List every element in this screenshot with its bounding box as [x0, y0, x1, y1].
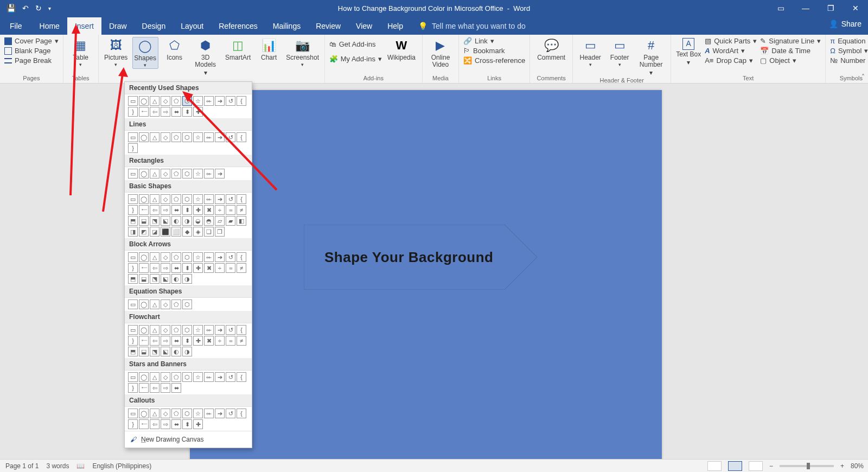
- signature-line-button[interactable]: ✎Signature Line ▾: [760, 37, 821, 45]
- shape-option[interactable]: ÷: [215, 205, 225, 215]
- shape-option[interactable]: ◆: [182, 227, 192, 237]
- shape-option[interactable]: ↺: [226, 252, 235, 262]
- shape-option[interactable]: ⇦: [150, 383, 159, 393]
- date-time-button[interactable]: 📅Date & Time: [760, 47, 821, 55]
- shape-option[interactable]: ↺: [226, 372, 235, 382]
- tab-layout[interactable]: Layout: [173, 17, 211, 35]
- shape-option[interactable]: ⬠: [171, 372, 181, 382]
- shape-option[interactable]: ✚: [193, 336, 203, 346]
- equation-button[interactable]: πEquation ▾: [830, 37, 868, 45]
- shape-option[interactable]: ▭: [128, 96, 138, 106]
- web-layout-icon[interactable]: [749, 461, 763, 471]
- shape-option[interactable]: ◯: [139, 325, 149, 335]
- save-icon[interactable]: 💾: [7, 4, 16, 12]
- read-mode-icon[interactable]: [707, 461, 722, 471]
- shape-option[interactable]: ⬍: [182, 205, 192, 215]
- shape-option[interactable]: ⬠: [171, 299, 181, 309]
- shape-option[interactable]: ☆: [193, 169, 203, 178]
- shape-option[interactable]: ⬳: [139, 336, 149, 346]
- shape-option[interactable]: ⬓: [139, 274, 149, 284]
- shape-option[interactable]: ◯: [139, 299, 149, 309]
- shape-option[interactable]: ⬠: [171, 409, 181, 418]
- shape-option[interactable]: ➔: [215, 372, 225, 382]
- shape-option[interactable]: ◯: [139, 96, 149, 106]
- shape-option[interactable]: ◇: [161, 409, 170, 418]
- shape-option[interactable]: ⬒: [128, 347, 138, 356]
- shape-option[interactable]: ＝: [226, 263, 235, 273]
- shape-option[interactable]: ⬕: [161, 216, 170, 226]
- symbol-button[interactable]: ΩSymbol ▾: [830, 47, 868, 55]
- shape-option[interactable]: ⬠: [171, 252, 181, 262]
- shape-option[interactable]: ◯: [139, 372, 149, 382]
- new-drawing-canvas-button[interactable]: 🖌 New Drawing Canvas: [125, 431, 252, 448]
- shape-option[interactable]: {: [237, 132, 246, 142]
- shape-option[interactable]: ⬰: [204, 132, 214, 142]
- shape-option[interactable]: ⬰: [204, 325, 214, 335]
- minimize-icon[interactable]: —: [793, 0, 818, 16]
- shape-option[interactable]: ☆: [193, 96, 203, 106]
- shape-option[interactable]: ◪: [150, 227, 159, 237]
- shape-option[interactable]: ◐: [171, 347, 181, 356]
- zoom-in-icon[interactable]: +: [840, 462, 844, 470]
- shape-option[interactable]: {: [237, 252, 246, 262]
- shape-option[interactable]: ❏: [204, 227, 214, 237]
- shape-option[interactable]: ◯: [139, 194, 149, 204]
- shape-option[interactable]: ↺: [226, 409, 235, 418]
- shape-option[interactable]: {: [237, 372, 246, 382]
- shape-option[interactable]: ⬓: [139, 347, 149, 356]
- cover-page-button[interactable]: Cover Page ▾: [4, 37, 59, 45]
- shape-option[interactable]: ⬳: [139, 263, 149, 273]
- zoom-slider[interactable]: [780, 465, 834, 467]
- shape-option[interactable]: ⬰: [204, 409, 214, 418]
- shape-option[interactable]: ⇦: [150, 419, 159, 429]
- zoom-level[interactable]: 80%: [851, 462, 864, 470]
- ribbon-display-icon[interactable]: ▭: [768, 0, 793, 16]
- shape-option[interactable]: ⬍: [182, 336, 192, 346]
- shape-option[interactable]: ◇: [161, 325, 170, 335]
- shape-option[interactable]: ⬡: [182, 132, 192, 142]
- shape-option[interactable]: ✖: [204, 205, 214, 215]
- shape-option[interactable]: ✚: [193, 205, 203, 215]
- page-break-button[interactable]: Page Break: [4, 56, 59, 65]
- tab-review[interactable]: Review: [308, 17, 348, 35]
- my-addins-button[interactable]: 🧩My Add-ins ▾: [329, 55, 382, 63]
- shape-option[interactable]: ⬒: [128, 216, 138, 226]
- shape-option[interactable]: ☆: [193, 409, 203, 418]
- tab-references[interactable]: References: [211, 17, 265, 35]
- shape-option[interactable]: ⇨: [161, 263, 170, 273]
- shape-option[interactable]: ↺: [226, 325, 235, 335]
- shape-option[interactable]: ◇: [161, 132, 170, 142]
- shape-option[interactable]: ⬌: [171, 336, 181, 346]
- shape-option[interactable]: }: [128, 263, 138, 273]
- tell-me-search[interactable]: 💡 Tell me what you want to do: [411, 17, 533, 35]
- shape-option[interactable]: {: [237, 194, 246, 204]
- shape-option[interactable]: ◒: [193, 216, 203, 226]
- shapes-button[interactable]: ◯Shapes▾: [132, 37, 158, 69]
- shape-option[interactable]: ◯: [139, 252, 149, 262]
- pictures-button[interactable]: 🖼Pictures▾: [103, 37, 129, 68]
- bookmark-button[interactable]: 🏳Bookmark: [463, 47, 525, 55]
- get-addins-button[interactable]: 🛍Get Add-ins: [329, 40, 382, 48]
- shape-option[interactable]: ⬓: [139, 216, 149, 226]
- online-video-button[interactable]: ▶Online Video: [427, 37, 454, 68]
- shape-option[interactable]: ◇: [161, 194, 170, 204]
- tab-help[interactable]: Help: [380, 17, 411, 35]
- shape-option[interactable]: ◯: [139, 132, 149, 142]
- shape-option[interactable]: ◯: [139, 409, 149, 418]
- table-button[interactable]: ▦Table▾: [68, 37, 94, 68]
- shape-option[interactable]: ⬳: [139, 383, 149, 393]
- shape-option[interactable]: ✚: [193, 263, 203, 273]
- object-button[interactable]: ▢Object ▾: [760, 56, 821, 65]
- shape-option[interactable]: ⬌: [171, 107, 181, 117]
- qat-customize-icon[interactable]: ▾: [48, 5, 51, 11]
- shape-option[interactable]: ↺: [226, 96, 235, 106]
- shape-option[interactable]: ☆: [193, 372, 203, 382]
- shape-option[interactable]: ⬠: [171, 169, 181, 178]
- header-button[interactable]: ▭Header▾: [577, 37, 603, 68]
- shape-option[interactable]: ❐: [215, 227, 225, 237]
- tab-file[interactable]: File: [0, 17, 32, 35]
- shape-option[interactable]: ⬳: [139, 107, 149, 117]
- page-number-button[interactable]: #Page Number ▾: [636, 37, 666, 77]
- shape-option[interactable]: ⬍: [182, 107, 192, 117]
- shape-option[interactable]: ⇦: [150, 107, 159, 117]
